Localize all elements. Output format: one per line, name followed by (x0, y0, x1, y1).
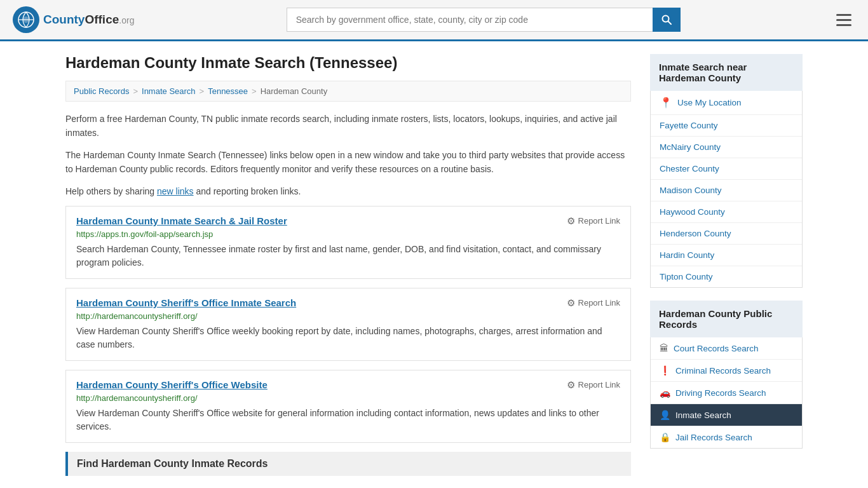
link-card-3-desc: View Hardeman County Sheriff's Office we… (76, 407, 620, 433)
sidebar-inmate-search[interactable]: 👤 Inmate Search (651, 404, 802, 426)
sidebar-public-records-section: Hardeman County Public Records 🏛 Court R… (650, 301, 803, 449)
main-container: Hardeman County Inmate Search (Tennessee… (53, 41, 815, 488)
link-card-3: Hardeman County Sheriff's Office Website… (65, 370, 631, 443)
link-card-2-header: Hardeman County Sheriff's Office Inmate … (76, 297, 620, 309)
bottom-paragraph: A Hardeman County Inmate Search provides… (65, 485, 631, 488)
content-area: Hardeman County Inmate Search (Tennessee… (65, 54, 631, 488)
logo-area: CountyOffice.org (13, 6, 134, 33)
driving-records-link[interactable]: 🚗 Driving Records Search (651, 382, 802, 403)
sidebar-item-chester[interactable]: Chester County (651, 158, 802, 180)
breadcrumb-current: Hardeman County (261, 86, 328, 96)
page-title: Hardeman County Inmate Search (Tennessee… (65, 54, 631, 72)
sidebar-driving-records[interactable]: 🚗 Driving Records Search (651, 382, 802, 404)
court-records-link[interactable]: 🏛 Court Records Search (651, 337, 802, 359)
link-card-3-url: http://hardemancountysheriff.org/ (76, 393, 620, 403)
search-button[interactable] (653, 8, 681, 32)
report-icon-3: ⚙ (567, 379, 575, 391)
link-card-1-desc: Search Hardeman County, Tennessee inmate… (76, 243, 620, 269)
criminal-icon: ❗ (660, 365, 670, 376)
sidebar-use-location[interactable]: 📍 Use My Location (651, 91, 802, 115)
criminal-records-link[interactable]: ❗ Criminal Records Search (651, 360, 802, 381)
report-icon-2: ⚙ (567, 297, 575, 309)
inmate-icon: 👤 (660, 410, 670, 420)
hamburger-button[interactable] (832, 10, 855, 30)
madison-county-link[interactable]: Madison County (651, 180, 802, 201)
court-icon: 🏛 (660, 343, 668, 353)
search-input[interactable] (287, 8, 653, 32)
link-card-3-title[interactable]: Hardeman County Sheriff's Office Website (76, 379, 268, 390)
link-card-2-desc: View Hardeman County Sheriff's Office we… (76, 325, 620, 351)
sidebar-item-hardin[interactable]: Hardin County (651, 245, 802, 266)
breadcrumb-sep-2: > (200, 86, 205, 96)
description-2: The Hardeman County Inmate Search (Tenne… (65, 148, 631, 177)
chester-county-link[interactable]: Chester County (651, 158, 802, 179)
haywood-county-link[interactable]: Haywood County (651, 201, 802, 222)
report-link-btn-1[interactable]: ⚙ Report Link (567, 215, 620, 227)
site-header: CountyOffice.org (0, 0, 868, 41)
sidebar-nearby-heading: Inmate Search near Hardeman County (650, 54, 803, 91)
new-links-link[interactable]: new links (157, 186, 194, 196)
sidebar-item-henderson[interactable]: Henderson County (651, 223, 802, 245)
link-card-2-title[interactable]: Hardeman County Sheriff's Office Inmate … (76, 297, 296, 308)
link-card-3-header: Hardeman County Sheriff's Office Website… (76, 379, 620, 391)
henderson-county-link[interactable]: Henderson County (651, 223, 802, 244)
sidebar: Inmate Search near Hardeman County 📍 Use… (650, 54, 803, 488)
link-card-1-header: Hardeman County Inmate Search & Jail Ros… (76, 215, 620, 227)
inmate-search-link[interactable]: 👤 Inmate Search (651, 404, 802, 426)
breadcrumb-sep-1: > (133, 86, 138, 96)
svg-line-4 (668, 22, 671, 25)
sidebar-item-tipton[interactable]: Tipton County (651, 266, 802, 287)
sidebar-nearby-section: Inmate Search near Hardeman County 📍 Use… (650, 54, 803, 288)
breadcrumb-public-records[interactable]: Public Records (74, 86, 129, 96)
description-3: Help others by sharing new links and rep… (65, 184, 631, 198)
tipton-county-link[interactable]: Tipton County (651, 266, 802, 287)
report-link-btn-3[interactable]: ⚙ Report Link (567, 379, 620, 391)
find-records-section-header: Find Hardeman County Inmate Records (65, 452, 631, 476)
sidebar-item-mcnairy[interactable]: McNairy County (651, 137, 802, 158)
jail-records-link[interactable]: 🔒 Jail Records Search (651, 426, 802, 448)
jail-icon: 🔒 (660, 432, 670, 442)
use-location-link[interactable]: 📍 Use My Location (651, 91, 802, 114)
description-1: Perform a free Hardeman County, TN publi… (65, 112, 631, 140)
mcnairy-county-link[interactable]: McNairy County (651, 137, 802, 158)
sidebar-nearby-list: 📍 Use My Location Fayette County McNairy… (650, 91, 803, 288)
sidebar-criminal-records[interactable]: ❗ Criminal Records Search (651, 360, 802, 382)
fayette-county-link[interactable]: Fayette County (651, 115, 802, 136)
link-card-1-url: https://apps.tn.gov/foil-app/search.jsp (76, 229, 620, 239)
breadcrumb: Public Records > Inmate Search > Tenness… (65, 81, 631, 102)
logo-icon (13, 6, 39, 33)
breadcrumb-tennessee[interactable]: Tennessee (208, 86, 248, 96)
breadcrumb-inmate-search[interactable]: Inmate Search (142, 86, 196, 96)
sidebar-jail-records[interactable]: 🔒 Jail Records Search (651, 426, 802, 448)
sidebar-item-madison[interactable]: Madison County (651, 180, 802, 201)
sidebar-public-records-heading: Hardeman County Public Records (650, 301, 803, 337)
location-icon: 📍 (660, 97, 672, 109)
sidebar-item-haywood[interactable]: Haywood County (651, 201, 802, 223)
sidebar-court-records[interactable]: 🏛 Court Records Search (651, 337, 802, 360)
link-card-1: Hardeman County Inmate Search & Jail Ros… (65, 206, 631, 279)
report-link-btn-2[interactable]: ⚙ Report Link (567, 297, 620, 309)
breadcrumb-sep-3: > (252, 86, 257, 96)
link-card-2: Hardeman County Sheriff's Office Inmate … (65, 288, 631, 361)
logo-text: CountyOffice.org (43, 13, 134, 27)
sidebar-public-records-list: 🏛 Court Records Search ❗ Criminal Record… (650, 337, 803, 449)
driving-icon: 🚗 (660, 388, 670, 398)
hardin-county-link[interactable]: Hardin County (651, 245, 802, 266)
link-card-2-url: http://hardemancountysheriff.org/ (76, 311, 620, 321)
report-icon-1: ⚙ (567, 215, 575, 227)
sidebar-item-fayette[interactable]: Fayette County (651, 115, 802, 137)
search-area (287, 8, 681, 32)
link-card-1-title[interactable]: Hardeman County Inmate Search & Jail Ros… (76, 215, 287, 226)
